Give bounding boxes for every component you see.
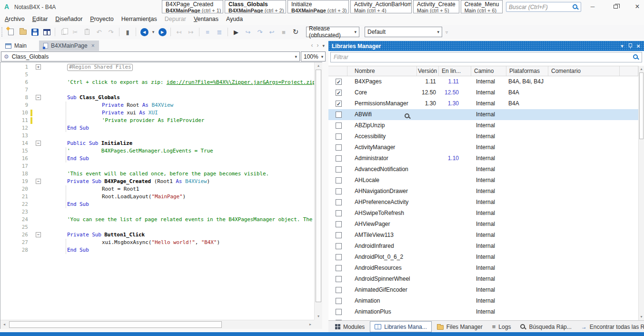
scroll-left-icon[interactable]: ◂ xyxy=(0,320,8,329)
column-header-empty[interactable] xyxy=(328,66,347,76)
bookmark-button[interactable]: ▮ xyxy=(122,27,133,37)
tab-close-icon[interactable]: × xyxy=(91,42,95,49)
scrollbar-thumb[interactable] xyxy=(316,70,321,302)
code-line-11[interactable]: 11'Private provider As FileProvider xyxy=(0,117,314,124)
panel-close-icon[interactable]: × xyxy=(634,41,642,51)
library-checkbox-checked[interactable]: ✓ xyxy=(336,79,342,85)
indent-button[interactable]: ↦ xyxy=(186,27,196,37)
tab-b4xmainpage[interactable]: B4XMainPage × xyxy=(39,41,99,51)
bottom-tab-modules[interactable]: Modules xyxy=(331,321,369,332)
line-number[interactable]: 16 xyxy=(0,155,28,162)
menu-depurar[interactable]: Depurar xyxy=(165,16,186,22)
search-input[interactable] xyxy=(509,4,573,10)
library-checkbox[interactable] xyxy=(336,298,342,304)
menu-proyecto[interactable]: Proyecto xyxy=(90,16,113,22)
paste-button[interactable] xyxy=(82,27,92,37)
line-number[interactable]: 14 xyxy=(0,140,28,146)
scroll-down-icon[interactable]: ▾ xyxy=(639,314,644,320)
library-row-core[interactable]: ✓Core12.5012.50InternalB4A xyxy=(328,87,638,98)
library-row-androidplot-0-6-2[interactable]: AndroidPlot_0_6_2Internal xyxy=(328,252,638,263)
outdent-button[interactable]: ↤ xyxy=(174,27,184,37)
library-row-ahnavigationdrawer[interactable]: AHNavigationDrawerInternal xyxy=(328,186,638,197)
line-number[interactable]: 12 xyxy=(0,125,28,131)
fold-collapse-icon[interactable]: − xyxy=(36,232,41,237)
code-line-5[interactable]: 5 xyxy=(0,71,314,79)
library-checkbox[interactable] xyxy=(336,112,342,118)
bottom-tab-logs[interactable]: ≡Logs xyxy=(488,321,515,332)
new-file-button[interactable] xyxy=(6,27,16,37)
comment-button[interactable]: ≡ xyxy=(202,27,213,37)
column-header-nombre[interactable]: Nombre xyxy=(347,66,417,76)
editor-horizontal-scrollbar[interactable]: ◂ ▸ xyxy=(0,320,314,329)
code-line-25[interactable]: 25 xyxy=(0,224,314,231)
navigate-back-button[interactable]: ◀ xyxy=(139,27,149,37)
run-button[interactable]: ▶ xyxy=(231,27,241,37)
minimize-button[interactable]: ─ xyxy=(585,1,601,12)
line-number[interactable]: 18 xyxy=(0,171,28,177)
line-number[interactable]: 21 xyxy=(0,193,28,200)
library-row-abwifi[interactable]: ABWifiInternal xyxy=(328,109,638,120)
tab-main[interactable]: Main xyxy=(1,41,31,51)
quick-tab-b4xpage-created[interactable]: B4XPage_Created B4XMainPage (ctrl + 1) xyxy=(162,0,223,13)
navigate-forward-button[interactable]: ▶ xyxy=(157,27,168,37)
library-checkbox[interactable] xyxy=(336,166,342,173)
step-into-button[interactable]: ↪ xyxy=(243,27,253,37)
panel-title-bar[interactable]: Libraries Manager ▾ × xyxy=(328,41,644,51)
code-line-26[interactable]: 26−Private Sub Button1_Click xyxy=(0,231,314,239)
line-number[interactable]: 7 xyxy=(0,87,28,93)
code-line-19[interactable]: 19−Private Sub B4XPage_Created (Root1 As… xyxy=(0,178,314,185)
column-header-camino[interactable]: Camino xyxy=(471,66,506,76)
code-line-10[interactable]: 10Private xui As XUI xyxy=(0,109,314,117)
fold-expand-icon[interactable]: + xyxy=(36,64,41,70)
line-number[interactable]: 28 xyxy=(0,247,28,253)
line-number[interactable]: 11 xyxy=(0,117,28,123)
library-row-ahswipetorefresh[interactable]: AHSwipeToRefreshInternal xyxy=(328,208,638,219)
redo-button[interactable]: ↷ xyxy=(106,27,116,37)
code-line-1[interactable]: 1+#Region Shared Files xyxy=(0,63,314,71)
stop-button[interactable]: ■ xyxy=(278,27,289,37)
fold-collapse-icon[interactable]: − xyxy=(36,141,41,146)
code-line-18[interactable]: 18'This event will be called once, befor… xyxy=(0,170,314,178)
bottom-tab-busqueda-rap[interactable]: Búsqueda Ráp... xyxy=(516,321,575,332)
library-checkbox[interactable] xyxy=(336,133,342,140)
library-row-animation[interactable]: AnimationInternal xyxy=(328,295,638,306)
line-number[interactable]: 1 xyxy=(0,64,28,70)
step-over-button[interactable]: ↷ xyxy=(255,27,265,37)
menu-ventanas[interactable]: Ventanas xyxy=(194,16,218,22)
panel-vertical-scrollbar[interactable]: ▴ ▾ xyxy=(638,66,644,320)
save-button[interactable] xyxy=(30,27,40,37)
library-checkbox[interactable] xyxy=(336,177,342,183)
code-line-24[interactable]: 24'You can see the list of page related … xyxy=(0,216,314,224)
code-line-21[interactable]: 21Root.LoadLayout("MainPage") xyxy=(0,193,314,201)
code-line-14[interactable]: 14−Public Sub Initialize xyxy=(0,140,314,147)
library-row-amtileview113[interactable]: AMTileView113Internal xyxy=(328,230,638,241)
code-line-12[interactable]: 12End Sub xyxy=(0,124,314,132)
quick-tab-class-globals[interactable]: Class_Globals B4XMainPage (ctrl + 2) xyxy=(225,0,286,13)
menu-archivo[interactable]: Archivo xyxy=(5,16,25,22)
line-number[interactable]: 23 xyxy=(0,209,28,215)
menu-herramientas[interactable]: Herramientas xyxy=(121,16,157,22)
panel-menu-dropdown-icon[interactable]: ▾ xyxy=(618,41,626,51)
line-number[interactable]: 22 xyxy=(0,201,28,207)
library-row-activitymanager[interactable]: ActivityManagerInternal xyxy=(328,142,638,153)
code-line-7[interactable]: 7 xyxy=(0,86,314,94)
line-number[interactable]: 20 xyxy=(0,186,28,192)
library-row-ahviewpager[interactable]: AHViewPagerInternal xyxy=(328,219,638,230)
library-checkbox[interactable] xyxy=(336,265,342,271)
scrollbar-thumb[interactable] xyxy=(639,72,644,139)
scroll-down-icon[interactable]: ▾ xyxy=(315,313,322,320)
tab-list-dropdown-icon[interactable]: ▾ xyxy=(322,42,325,49)
column-header-empty[interactable] xyxy=(620,66,638,76)
line-number[interactable]: 8 xyxy=(0,94,28,101)
pin-icon[interactable] xyxy=(626,41,634,51)
code-line-9[interactable]: 9Private Root As B4XView xyxy=(0,102,314,109)
editor-zoom-select[interactable]: 100% ▾ xyxy=(301,51,326,61)
library-row-androidspinnerwheel[interactable]: AndroidSpinnerWheelInternal xyxy=(328,274,638,285)
library-row-permissionsmanager[interactable]: ✓PermissionsManager1.301.30InternalB4A xyxy=(328,98,638,109)
open-project-button[interactable] xyxy=(18,27,28,37)
library-row-abzipunzip[interactable]: ABZipUnzipInternal xyxy=(328,120,638,131)
library-checkbox-checked[interactable]: ✓ xyxy=(336,90,342,96)
library-row-androidresources[interactable]: AndroidResourcesInternal xyxy=(328,263,638,274)
designer-button[interactable] xyxy=(41,27,52,37)
back-history-dropdown[interactable]: ▾ xyxy=(151,27,156,37)
